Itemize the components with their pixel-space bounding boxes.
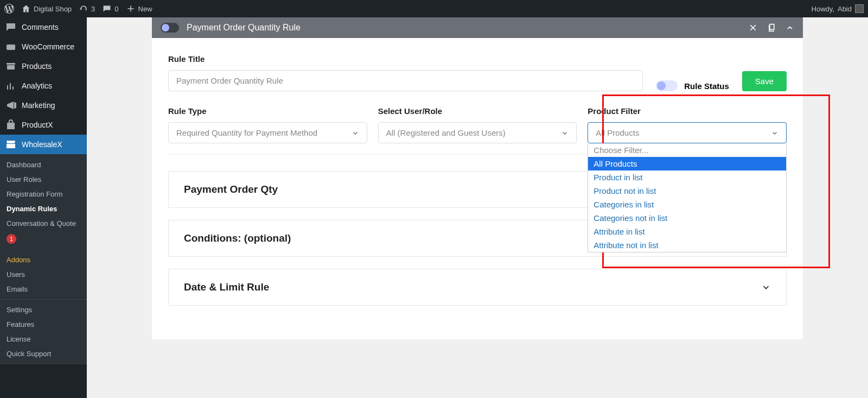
sidebar-item-label: ProductX: [22, 121, 53, 129]
dropdown-option[interactable]: Choose Filter...: [588, 143, 786, 157]
updates-link[interactable]: 3: [79, 4, 95, 13]
submenu-registration-form[interactable]: Registration Form: [0, 187, 87, 201]
close-icon[interactable]: [749, 23, 757, 32]
submenu-settings[interactable]: Settings: [0, 302, 87, 317]
submenu-features[interactable]: Features: [0, 317, 87, 332]
accordion-title: Date & Limit Rule: [184, 281, 269, 293]
woo-icon: [5, 41, 16, 52]
rule-body: Rule Title Rule Status Save Rule Type: [152, 38, 803, 339]
submenu-users[interactable]: Users: [0, 267, 87, 282]
dropdown-option[interactable]: Product in list: [588, 170, 786, 184]
rule-header-title: Payment Order Quantity Rule: [187, 23, 301, 33]
user-account-link[interactable]: Howdy, Abid: [812, 4, 864, 13]
dropdown-option[interactable]: All Products: [588, 157, 786, 170]
megaphone-icon: [5, 100, 16, 111]
accordion-title: Payment Order Qty: [184, 184, 278, 195]
avatar: [855, 4, 864, 13]
sidebar-item-woocommerce[interactable]: WooCommerce: [0, 37, 87, 56]
rule-status-toggle[interactable]: [656, 80, 678, 91]
sidebar-item-label: WholesaleX: [22, 140, 62, 149]
sidebar-item-marketing[interactable]: Marketing: [0, 96, 87, 115]
plus-icon: [126, 4, 135, 13]
sidebar-item-analytics[interactable]: Analytics: [0, 76, 87, 96]
admin-sidebar: Comments WooCommerce Products Analytics …: [0, 17, 87, 398]
duplicate-icon[interactable]: [767, 23, 776, 32]
dropdown-option[interactable]: Product not in list: [588, 184, 786, 198]
dropdown-option[interactable]: Attribute in list: [588, 225, 786, 238]
site-home-link[interactable]: Digital Shop: [22, 4, 72, 13]
submenu-conversation[interactable]: Conversation & Quote: [0, 216, 87, 231]
new-label: New: [138, 5, 152, 13]
accordion-date-limit: Date & Limit Rule: [168, 269, 787, 306]
submenu-addons[interactable]: Addons: [0, 252, 87, 267]
user-role-value: All (Registered and Guest Users): [386, 128, 506, 137]
sidebar-item-comments[interactable]: Comments: [0, 17, 87, 37]
rule-title-label: Rule Title: [168, 54, 643, 64]
comments-link[interactable]: 0: [103, 4, 118, 13]
howdy-prefix: Howdy,: [812, 5, 834, 13]
sidebar-item-label: Comments: [22, 23, 59, 31]
updates-count: 3: [91, 5, 95, 13]
chevron-down-icon: [561, 129, 569, 137]
sidebar-item-label: Products: [22, 62, 52, 71]
admin-bar: Digital Shop 3 0 New Howdy, Abid: [0, 0, 868, 17]
new-content-link[interactable]: New: [126, 4, 152, 13]
wholesalex-submenu: Dashboard User Roles Registration Form D…: [0, 154, 87, 364]
submenu-user-roles[interactable]: User Roles: [0, 172, 87, 187]
rule-header-bar: Payment Order Quantity Rule: [152, 17, 803, 38]
update-icon: [79, 4, 88, 13]
product-filter-label: Product Filter: [588, 106, 787, 116]
sidebar-item-label: Analytics: [22, 81, 52, 90]
user-name: Abid: [838, 5, 852, 13]
sidebar-item-label: WooCommerce: [22, 42, 74, 51]
store-icon: [5, 139, 16, 150]
product-filter-select[interactable]: All Products: [588, 122, 787, 143]
dropdown-option[interactable]: Categories in list: [588, 198, 786, 211]
wordpress-icon: [4, 4, 14, 14]
dropdown-option[interactable]: Categories not in list: [588, 211, 786, 225]
product-filter-dropdown: Choose Filter... All Products Product in…: [588, 143, 787, 252]
submenu-dashboard[interactable]: Dashboard: [0, 157, 87, 172]
user-role-label: Select User/Role: [378, 106, 577, 116]
product-filter-value: All Products: [596, 128, 639, 137]
chevron-down-icon: [352, 129, 359, 137]
wp-logo[interactable]: [4, 4, 14, 14]
site-name: Digital Shop: [34, 5, 72, 13]
sidebar-item-products[interactable]: Products: [0, 56, 87, 76]
submenu-license[interactable]: License: [0, 332, 87, 346]
rule-enable-toggle[interactable]: [161, 23, 179, 33]
menu-separator: [0, 299, 87, 300]
rule-status-label: Rule Status: [684, 81, 729, 91]
home-icon: [22, 4, 30, 13]
dropdown-option[interactable]: Attribute not in list: [588, 238, 786, 252]
submenu-quick-support[interactable]: Quick Support: [0, 346, 87, 361]
chart-icon: [5, 80, 16, 91]
sidebar-item-wholesalex[interactable]: WholesaleX: [0, 135, 87, 154]
user-role-select[interactable]: All (Registered and Guest Users): [378, 122, 577, 143]
rule-title-input[interactable]: [168, 70, 643, 91]
product-filter-column: Product Filter All Products Choose Filte…: [588, 106, 787, 143]
svg-rect-0: [7, 45, 15, 50]
chevron-up-icon[interactable]: [786, 23, 794, 32]
notification-badge: 1: [7, 234, 16, 244]
main-content: Payment Order Quantity Rule Rule Title: [87, 17, 868, 398]
chevron-down-icon: [761, 282, 771, 292]
sidebar-item-productx[interactable]: ProductX: [0, 115, 87, 135]
chevron-down-icon: [771, 129, 778, 137]
accordion-header[interactable]: Date & Limit Rule: [169, 269, 786, 305]
submenu-emails[interactable]: Emails: [0, 282, 87, 296]
submenu-label: Conversation & Quote: [7, 219, 76, 228]
accordion-title: Conditions: (optional): [184, 232, 291, 244]
comments-count: 0: [114, 5, 118, 13]
submenu-conversation-badge-row: 1: [0, 231, 87, 247]
comment-icon: [5, 22, 16, 33]
comment-icon: [103, 4, 111, 13]
rule-type-select[interactable]: Required Quantity for Payment Method: [168, 122, 367, 143]
bag-icon: [5, 119, 16, 130]
rule-type-label: Rule Type: [168, 106, 367, 116]
save-button[interactable]: Save: [742, 71, 787, 91]
rule-type-value: Required Quantity for Payment Method: [176, 128, 317, 137]
archive-icon: [5, 61, 16, 72]
submenu-dynamic-rules[interactable]: Dynamic Rules: [0, 201, 87, 216]
sidebar-item-label: Marketing: [22, 101, 55, 110]
